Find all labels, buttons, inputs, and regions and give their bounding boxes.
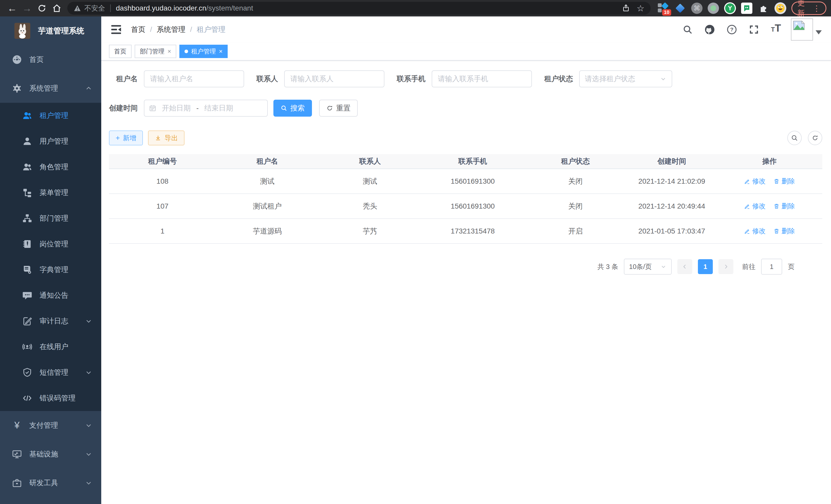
sidebar: 芋道管理系统 首页 bbox=[0, 17, 101, 504]
sidebar-item-label: 通知公告 bbox=[39, 291, 68, 300]
sidebar-item-dev-tools[interactable]: 研发工具 bbox=[0, 469, 101, 497]
sidebar-item-tenant[interactable]: 租户管理 bbox=[0, 103, 101, 128]
search-button[interactable]: 搜索 bbox=[274, 100, 312, 117]
sidebar-item-dict[interactable]: 字典管理 bbox=[0, 257, 101, 283]
kebab-menu-icon[interactable]: ⋮ bbox=[813, 4, 821, 13]
sidebar-item-dept[interactable]: 部门管理 bbox=[0, 206, 101, 231]
tenant-name-input[interactable] bbox=[144, 70, 244, 87]
edit-link[interactable]: 修改 bbox=[744, 202, 766, 211]
extension-tabs-icon[interactable]: 10 bbox=[657, 2, 669, 14]
delete-link[interactable]: 删除 bbox=[773, 177, 795, 186]
avatar[interactable] bbox=[791, 19, 813, 40]
browser-forward-icon[interactable]: → bbox=[20, 2, 34, 15]
sidebar-item-post[interactable]: 岗位管理 bbox=[0, 231, 101, 257]
sidebar-item-infrastructure[interactable]: 基础设施 bbox=[0, 440, 101, 469]
delete-link[interactable]: 删除 bbox=[773, 202, 795, 211]
svg-text:?: ? bbox=[730, 26, 734, 32]
export-button[interactable]: 导出 bbox=[148, 130, 184, 145]
sidebar-item-label: 错误码管理 bbox=[39, 393, 76, 403]
next-page-button[interactable] bbox=[718, 259, 733, 274]
status-select[interactable]: 请选择租户状态 bbox=[579, 70, 672, 87]
extension-dot-icon[interactable] bbox=[708, 3, 719, 14]
extension-puzzle-icon[interactable] bbox=[757, 2, 769, 14]
breadcrumb-system[interactable]: 系统管理 bbox=[157, 25, 185, 34]
extension-chat-icon[interactable] bbox=[741, 3, 752, 14]
sidebar-item-system[interactable]: 系统管理 bbox=[0, 74, 101, 103]
extension-gem-icon[interactable] bbox=[674, 2, 686, 14]
share-icon[interactable] bbox=[622, 4, 630, 12]
profile-emoji-icon[interactable] bbox=[774, 2, 786, 14]
chevron-down-icon bbox=[660, 76, 666, 82]
trash-icon bbox=[773, 228, 780, 234]
tab-dept[interactable]: 部门管理 × bbox=[135, 45, 176, 58]
sidebar-item-label: 菜单管理 bbox=[39, 188, 68, 198]
close-icon[interactable]: × bbox=[219, 48, 223, 55]
tags-view-bar: 首页 部门管理 × 租户管理 × bbox=[101, 42, 831, 61]
sidebar-item-label: 支付管理 bbox=[29, 420, 58, 430]
sidebar-item-home[interactable]: 首页 bbox=[0, 45, 101, 74]
prev-page-button[interactable] bbox=[677, 259, 692, 274]
github-icon[interactable] bbox=[703, 22, 717, 37]
sidebar-item-sms[interactable]: 短信管理 bbox=[0, 360, 101, 385]
users-icon bbox=[22, 111, 32, 121]
edit-link[interactable]: 修改 bbox=[744, 227, 766, 236]
sidebar-item-notice[interactable]: 通知公告 bbox=[0, 283, 101, 308]
sidebar-item-error-code[interactable]: 错误码管理 bbox=[0, 385, 101, 411]
gear-icon bbox=[12, 83, 22, 93]
edit-link[interactable]: 修改 bbox=[744, 177, 766, 186]
help-icon[interactable]: ? bbox=[725, 22, 739, 37]
sidebar-item-role[interactable]: 角色管理 bbox=[0, 154, 101, 180]
sidebar-item-label: 部门管理 bbox=[39, 213, 68, 223]
page-number-active[interactable]: 1 bbox=[698, 259, 713, 274]
post-icon bbox=[22, 239, 32, 249]
sidebar-item-label: 研发工具 bbox=[29, 478, 58, 488]
reset-button[interactable]: 重置 bbox=[319, 100, 358, 117]
sidebar-item-audit-log[interactable]: 审计日志 bbox=[0, 308, 101, 334]
contact-input[interactable] bbox=[284, 70, 384, 87]
filter-row-1: 租户名 联系人 联系手机 租户状态 请选择租户状态 bbox=[109, 70, 822, 87]
address-bar[interactable]: 不安全 dashboard.yudao.iocoder.cn/system/te… bbox=[67, 2, 651, 14]
sidebar-item-payment[interactable]: ¥ 支付管理 bbox=[0, 411, 101, 440]
close-icon[interactable]: × bbox=[168, 48, 171, 55]
tenant-table: 租户编号 租户名 联系人 联系手机 租户状态 创建时间 操作 108 测试 测试… bbox=[109, 154, 822, 244]
fullscreen-icon[interactable] bbox=[747, 22, 761, 37]
sidebar-item-user[interactable]: 用户管理 bbox=[0, 128, 101, 154]
status-text: 关闭 bbox=[524, 201, 627, 211]
browser-reload-icon[interactable] bbox=[34, 2, 49, 15]
add-button[interactable]: + 新增 bbox=[109, 130, 143, 145]
sidebar-item-online-users[interactable]: 在线用户 bbox=[0, 334, 101, 360]
avatar-dropdown-caret[interactable] bbox=[815, 30, 822, 34]
show-search-toggle-button[interactable] bbox=[787, 131, 802, 145]
tab-tenant[interactable]: 租户管理 × bbox=[179, 45, 228, 58]
extension-y-icon[interactable]: Y bbox=[724, 2, 736, 14]
browser-home-icon[interactable] bbox=[49, 2, 64, 15]
app-logo-row[interactable]: 芋道管理系统 bbox=[0, 17, 101, 45]
goto-page-input[interactable] bbox=[761, 259, 782, 275]
user-icon bbox=[22, 136, 32, 146]
org-icon bbox=[22, 213, 32, 224]
sidebar-collapse-icon[interactable] bbox=[109, 22, 123, 37]
extension-command-icon[interactable]: ⌘ bbox=[691, 3, 703, 14]
date-range-picker[interactable]: 开始日期 - 结束日期 bbox=[144, 100, 268, 117]
header-search-icon[interactable] bbox=[681, 22, 695, 37]
download-icon bbox=[155, 135, 161, 141]
security-chip[interactable]: 不安全 bbox=[74, 4, 105, 13]
chrome-update-button[interactable]: 更新 ⋮ bbox=[792, 2, 826, 15]
bookmark-star-icon[interactable]: ☆ bbox=[637, 3, 644, 13]
font-size-icon[interactable]: TT bbox=[769, 22, 783, 37]
breadcrumb-home[interactable]: 首页 bbox=[131, 25, 145, 34]
page-size-select[interactable]: 10条/页 bbox=[624, 259, 672, 275]
delete-link[interactable]: 删除 bbox=[773, 227, 795, 236]
status-label: 租户状态 bbox=[544, 74, 573, 84]
monitor-icon bbox=[12, 449, 22, 459]
calendar-icon bbox=[149, 105, 156, 112]
refresh-table-button[interactable] bbox=[808, 131, 822, 145]
sidebar-item-menu[interactable]: 菜单管理 bbox=[0, 180, 101, 206]
browser-back-icon[interactable]: ← bbox=[5, 2, 20, 15]
mobile-input[interactable] bbox=[432, 70, 532, 87]
chevron-left-icon bbox=[682, 264, 688, 270]
pagination: 共 3 条 10条/页 1 前往 页 bbox=[109, 259, 795, 275]
tab-home[interactable]: 首页 bbox=[109, 45, 132, 58]
sidebar-item-label: 首页 bbox=[29, 55, 44, 64]
app-title: 芋道管理系统 bbox=[38, 26, 84, 36]
